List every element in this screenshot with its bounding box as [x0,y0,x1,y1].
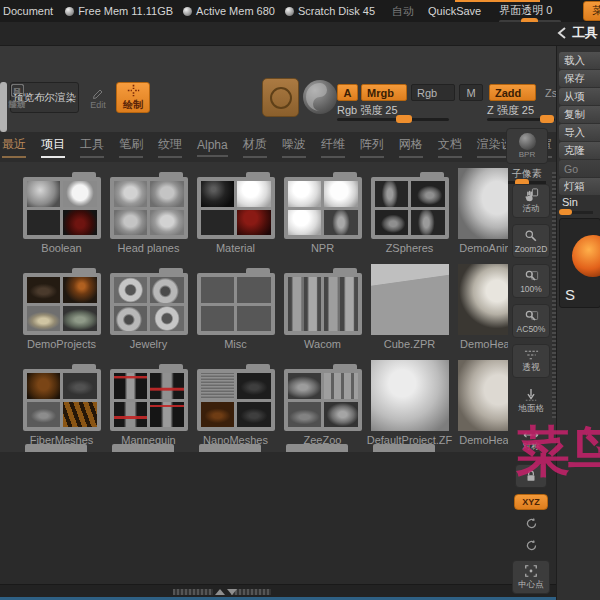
zadd-mode-button[interactable]: Zadd [489,84,536,101]
lightbox-item-label: Jewelry [130,338,167,350]
lightbox-item[interactable]: DefaultProject.ZF [366,356,453,452]
lightbox-item[interactable]: Jewelry [105,260,192,356]
lightbox-item[interactable]: Boolean [18,164,105,260]
rotate-gizmo-button[interactable]: R 旋转 [0,82,34,113]
rgb-intensity-slider[interactable] [337,118,449,121]
save-tool-button[interactable]: 保存 [559,70,600,87]
sphere-white-thumbnail [288,210,322,236]
mrgb-mode-button[interactable]: Mrgb [361,84,407,101]
lightbox-tab[interactable]: 阵列 [360,136,384,158]
lightbox-tab[interactable]: Alpha [197,138,228,157]
perspective-button[interactable]: 透视 [512,344,550,378]
lightbox-tab[interactable]: 噪波 [282,136,306,158]
bpr-label: BPR [519,150,535,159]
bpr-render-button[interactable]: BPR [506,128,548,164]
tool-palette-header[interactable]: 工具 [556,24,598,42]
frame-center-button[interactable]: 中心点 [512,560,550,594]
rotate-view-button[interactable] [512,516,550,532]
lightbox-tab[interactable]: 工具 [80,136,104,158]
floor-grid-button[interactable]: 地面格 [512,384,550,418]
material-picker-button[interactable] [303,80,337,114]
elephant2-thumbnail [324,402,358,428]
animal-gray-thumbnail [27,402,61,428]
lightbox-tab[interactable]: 文档 [438,136,462,158]
lightbox-item[interactable]: DemoHead.ZP [453,260,508,356]
lightbox-tab[interactable]: 最近 [2,136,26,158]
lightbox-tab[interactable]: 纹理 [158,136,182,158]
lightbox-item[interactable]: ZeeZoo [279,356,366,452]
lightbox-item[interactable]: NPR [279,164,366,260]
scroll-up-arrow-icon[interactable] [215,589,225,595]
lock-button[interactable] [515,464,547,488]
lightbox-item[interactable]: Material [192,164,279,260]
rgb-intensity-knob[interactable] [396,115,412,123]
xyz-button[interactable]: XYZ [514,494,548,510]
copy-tool-button[interactable]: 复制 [559,106,600,123]
pan-document-button[interactable]: 活动 [512,184,550,218]
z-intensity-knob[interactable] [540,115,554,123]
lightbox-button[interactable]: 灯箱 [559,178,600,195]
lightbox-tab[interactable]: 网格 [399,136,423,158]
tool-palette-buttons: 载入 保存 从项 复制 导入 克隆 Go 灯箱 [557,46,600,195]
gizmo-letter-icon: R [11,84,24,97]
lightbox-item[interactable]: ZSpheres [366,164,453,260]
m-mode-button[interactable]: M [459,84,483,101]
lightbox-tab[interactable]: 项目 [41,136,65,158]
current-tool-letter: S [565,286,575,303]
palette-slider-knob[interactable] [559,209,572,215]
z-intensity-label: Z 强度 25 [487,103,534,118]
lightbox-item[interactable]: NanoMeshes [192,356,279,452]
alpha-mode-button[interactable]: A [337,84,358,101]
horizontal-scrollbar[interactable] [173,589,213,595]
lightbox-item[interactable]: DemoHeadFen [453,356,508,452]
item-thumbnail-box [284,369,362,431]
palette-button-label: 载入 [564,54,585,68]
lightbox-tab[interactable]: 材质 [243,136,267,158]
lightbox-item[interactable]: DemoAnimeHe [453,164,508,260]
lightbox-item[interactable]: Misc [192,260,279,356]
goz-button[interactable]: Go [559,160,600,177]
quicksave-button[interactable]: QuickSave [428,5,481,17]
lightbox-tab[interactable]: 笔刷 [119,136,143,158]
lightbox-item[interactable]: DemoProjects [18,260,105,356]
symmetry-arrows-icon [523,430,539,440]
clone-button[interactable]: 克隆 [559,142,600,159]
horizontal-scrollbar[interactable] [231,589,271,595]
skeleton-tan-thumbnail [27,306,61,332]
zoom2d-button[interactable]: Zoom2D [512,224,550,258]
tab-label: 笔刷 [119,136,143,156]
rotate-icon [525,539,538,552]
rotate-view-button-2[interactable] [512,538,550,554]
scroll-down-arrow-icon[interactable] [227,589,237,595]
auto-label[interactable]: 自动 [392,4,414,19]
load-tool-button[interactable]: 载入 [559,52,600,69]
aa-half-button[interactable]: AC50% [512,304,550,338]
interface-transparency-slider[interactable]: 界面透明 0 [499,3,561,23]
lightbox-item[interactable]: Mannequin [105,356,192,452]
import-from-project-button[interactable]: 从项 [559,88,600,105]
symmetry-button[interactable]: 对称 [512,424,550,458]
lightbox-item[interactable]: FiberMeshes [18,356,105,452]
actual-size-button[interactable]: 100% [512,264,550,298]
document-label[interactable]: Document [3,5,53,17]
lightbox-item[interactable]: Cube.ZPR [366,260,453,356]
document-canvas[interactable] [0,452,556,584]
lightbox-item[interactable]: Wacom [279,260,366,356]
menu-button[interactable]: 菜单 [583,1,600,21]
lightbox-item[interactable]: Head planes [105,164,192,260]
brush-picker-button[interactable] [262,78,299,117]
tab-label: 阵列 [360,136,384,156]
tab-label: 项目 [41,136,65,156]
head-gray-thumbnail [114,181,148,207]
import-button[interactable]: 导入 [559,124,600,141]
edit-button[interactable]: Edit [83,82,113,113]
draw-button[interactable]: 绘制 [116,82,150,113]
gear-white-thumbnail [63,181,97,207]
tree-autumn-thumbnail [63,277,97,303]
back-arrow-icon [556,26,568,40]
rgb-mode-button[interactable]: Rgb [411,84,455,101]
zsphere-fig-thumbnail [375,181,409,207]
lightbox-tab[interactable]: 纤维 [321,136,345,158]
current-tool-thumbnail[interactable]: S [559,218,600,308]
item-thumbnail-box [458,168,509,239]
